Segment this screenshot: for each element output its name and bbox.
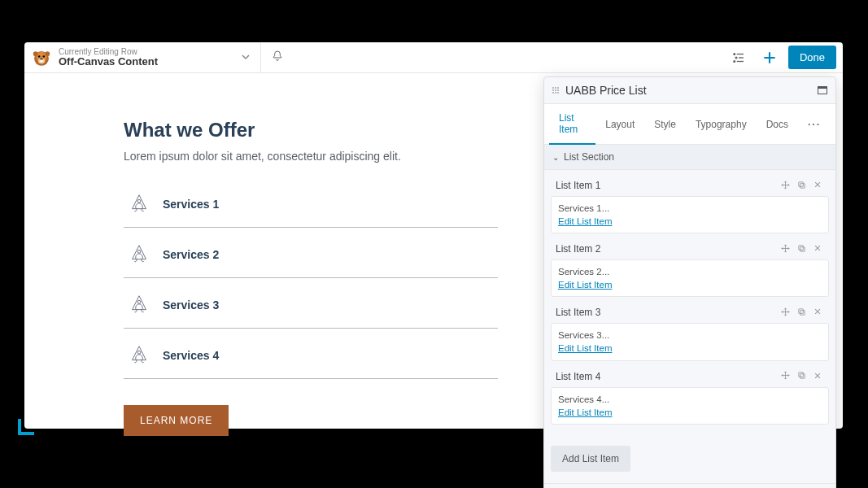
mountain-icon: [127, 343, 151, 368]
svg-rect-22: [798, 246, 803, 251]
service-row[interactable]: Services 4: [124, 335, 498, 379]
settings-panel: UABB Price List List ItemLayoutStyleTypo…: [543, 76, 836, 488]
close-icon[interactable]: [811, 372, 824, 381]
tab-typography[interactable]: Typography: [686, 111, 757, 138]
panel-title: UABB Price List: [565, 84, 647, 97]
duplicate-icon[interactable]: [795, 371, 808, 381]
list-item: List Item 2Services 2...Edit List Item: [551, 238, 829, 297]
service-row[interactable]: Services 2: [124, 234, 498, 278]
svg-point-8: [45, 51, 50, 56]
edit-list-item-link[interactable]: Edit List Item: [558, 407, 612, 417]
svg-point-9: [734, 53, 735, 54]
chevron-down-icon[interactable]: [241, 50, 251, 65]
bell-icon[interactable]: [271, 50, 284, 66]
list-item: List Item 3Services 3...Edit List Item: [551, 302, 829, 360]
title-block[interactable]: Currently Editing Row Off-Canvas Content: [59, 47, 158, 68]
add-icon[interactable]: [757, 46, 782, 70]
mountain-icon: [127, 293, 151, 317]
move-icon[interactable]: [779, 244, 792, 255]
service-label: Services 4: [163, 349, 219, 362]
svg-rect-21: [800, 246, 805, 251]
item-header[interactable]: List Item 1: [551, 175, 829, 196]
service-label: Services 1: [163, 198, 219, 211]
duplicate-icon[interactable]: [795, 181, 808, 191]
service-label: Services 2: [163, 248, 219, 261]
chevron-down-icon: ⌄: [552, 153, 559, 162]
page-title: Off-Canvas Content: [59, 56, 158, 68]
item-label: List Item 3: [556, 307, 600, 318]
item-header[interactable]: List Item 2: [551, 238, 829, 259]
items-container: List Item 1Services 1...Edit List ItemLi…: [544, 170, 835, 438]
item-preview: Services 2...: [558, 265, 822, 278]
item-body: Services 1...Edit List Item: [551, 196, 829, 233]
section-label: List Section: [564, 151, 614, 163]
topbar: Currently Editing Row Off-Canvas Content…: [24, 42, 843, 73]
move-icon[interactable]: [779, 307, 792, 318]
service-row[interactable]: Services 3: [124, 285, 498, 329]
learn-more-button[interactable]: LEARN MORE: [124, 405, 229, 436]
outline-icon[interactable]: [726, 46, 751, 70]
close-icon[interactable]: [811, 181, 824, 190]
done-button[interactable]: Done: [788, 46, 836, 69]
tab-list-item[interactable]: List Item: [549, 104, 595, 145]
svg-rect-25: [800, 374, 805, 379]
svg-point-15: [137, 199, 141, 203]
svg-point-4: [43, 55, 45, 57]
item-preview: Services 3...: [558, 329, 822, 342]
more-icon[interactable]: ···: [798, 111, 831, 138]
tab-docs[interactable]: Docs: [757, 111, 798, 138]
close-icon[interactable]: [811, 307, 824, 317]
svg-point-3: [38, 55, 40, 57]
tab-style[interactable]: Style: [644, 111, 686, 138]
svg-point-17: [137, 300, 141, 303]
tabs: List ItemLayoutStyleTypographyDocs···: [544, 104, 835, 145]
item-body: Services 3...Edit List Item: [551, 323, 829, 360]
item-body: Services 2...Edit List Item: [551, 259, 829, 297]
move-icon[interactable]: [779, 181, 792, 191]
item-preview: Services 1...: [558, 202, 822, 215]
svg-point-13: [734, 60, 735, 62]
item-header[interactable]: List Item 4: [551, 366, 829, 387]
item-label: List Item 1: [556, 180, 600, 191]
panel-header[interactable]: UABB Price List: [544, 77, 835, 104]
item-label: List Item 2: [556, 243, 600, 255]
section-header[interactable]: ⌄ List Section: [544, 145, 835, 170]
divider: [260, 42, 261, 73]
svg-rect-20: [798, 181, 803, 186]
panel-footer: Save Save As... Cancel: [544, 483, 835, 488]
svg-rect-26: [798, 373, 803, 377]
svg-point-11: [735, 57, 737, 59]
service-list: Services 1Services 2Services 3Services 4: [124, 184, 498, 379]
move-icon[interactable]: [779, 371, 792, 381]
list-item: List Item 1Services 1...Edit List Item: [551, 175, 829, 233]
edit-list-item-link[interactable]: Edit List Item: [558, 280, 612, 290]
item-label: List Item 4: [556, 371, 600, 382]
close-icon[interactable]: [811, 244, 824, 254]
svg-point-18: [137, 351, 141, 354]
beaver-logo: [31, 47, 52, 68]
edit-list-item-link[interactable]: Edit List Item: [558, 216, 612, 226]
add-list-item-button[interactable]: Add List Item: [551, 446, 630, 472]
tab-layout[interactable]: Layout: [595, 111, 644, 138]
svg-rect-23: [800, 311, 805, 316]
app-frame: Currently Editing Row Off-Canvas Content…: [24, 42, 843, 429]
list-item: List Item 4Services 4...Edit List Item: [551, 366, 829, 425]
service-row[interactable]: Services 1: [124, 184, 498, 228]
duplicate-icon[interactable]: [795, 244, 808, 255]
duplicate-icon[interactable]: [795, 307, 808, 318]
svg-rect-24: [798, 309, 803, 314]
item-preview: Services 4...: [558, 393, 822, 406]
svg-rect-6: [40, 59, 42, 62]
edit-list-item-link[interactable]: Edit List Item: [558, 343, 612, 353]
item-body: Services 4...Edit List Item: [551, 387, 829, 425]
item-header[interactable]: List Item 3: [551, 302, 829, 323]
svg-point-7: [33, 51, 38, 56]
svg-rect-19: [800, 183, 805, 188]
mountain-icon: [127, 192, 151, 216]
drag-handle-icon[interactable]: [552, 87, 559, 94]
svg-point-16: [137, 250, 141, 253]
mountain-icon: [127, 242, 151, 267]
selection-corner: [18, 419, 34, 435]
service-label: Services 3: [163, 298, 219, 312]
window-icon[interactable]: [818, 86, 827, 94]
